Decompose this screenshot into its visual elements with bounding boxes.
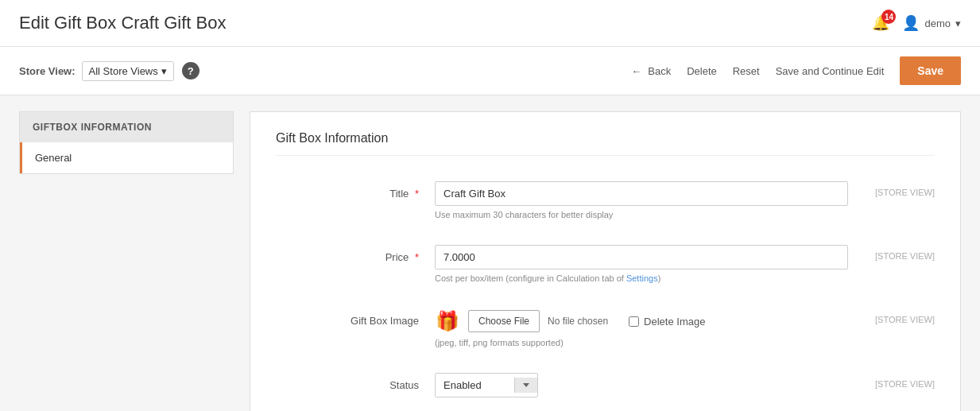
status-dropdown-btn[interactable] [514,378,537,393]
content-area: Gift Box Information Title * Use maximum… [250,111,961,411]
gift-box-icon: 🎁 [435,308,460,334]
price-hint: Cost per box/item (configure in Calculat… [435,273,862,283]
store-view-chevron-icon: ▾ [161,65,167,77]
back-button[interactable]: ← Back [631,65,671,77]
notification-bell[interactable]: 🔔 14 [872,14,889,32]
notification-badge: 14 [881,10,896,24]
user-menu[interactable]: 👤 demo ▾ [902,14,961,32]
title-store-view-badge: [STORE VIEW] [875,181,935,197]
status-field: Enabled Disabled [435,373,862,397]
delete-button[interactable]: Delete [687,65,717,77]
sidebar-item-general[interactable]: General [20,142,233,173]
delete-image-row: Delete Image [629,316,705,328]
image-hint: (jpeg, tiff, png formats supported) [435,338,862,347]
price-required-star: * [415,251,419,263]
help-icon[interactable]: ? [182,62,199,79]
price-store-view-badge: [STORE VIEW] [875,245,935,261]
content-section-title: Gift Box Information [276,131,935,156]
sidebar-section-title: GIFTBOX INFORMATION [20,112,233,142]
save-button[interactable]: Save [900,56,961,85]
status-select[interactable]: Enabled Disabled [436,374,514,397]
user-dropdown-chevron: ▾ [955,17,961,29]
price-input[interactable] [435,245,848,269]
image-store-view-badge: [STORE VIEW] [875,308,935,324]
price-label: Price * [276,245,435,263]
store-view-value: All Store Views [89,65,158,77]
price-field-row: Price * Cost per box/item (configure in … [276,232,935,296]
title-field: Use maximum 30 characters for better dis… [435,181,862,219]
no-file-text: No file chosen [548,316,608,327]
title-label: Title * [276,181,435,200]
settings-link[interactable]: Settings [626,273,658,283]
title-required-star: * [415,188,419,200]
user-icon: 👤 [902,14,920,32]
store-view-label: Store View: [19,65,76,77]
toolbar-actions: ← Back Delete Reset Save and Continue Ed… [631,56,961,85]
sidebar: GIFTBOX INFORMATION General [19,111,234,411]
main-container: GIFTBOX INFORMATION General Gift Box Inf… [0,95,980,411]
title-hint: Use maximum 30 characters for better dis… [435,210,862,219]
page-title: Edit Gift Box Craft Gift Box [19,13,226,33]
image-label: Gift Box Image [276,308,435,327]
delete-image-label: Delete Image [644,316,705,328]
store-view-select[interactable]: All Store Views ▾ [82,61,174,81]
save-continue-button[interactable]: Save and Continue Edit [776,65,885,77]
delete-image-checkbox[interactable] [629,316,639,327]
status-store-view-badge: [STORE VIEW] [875,373,935,389]
page-header: Edit Gift Box Craft Gift Box 🔔 14 👤 demo… [0,0,980,47]
title-input[interactable] [435,181,848,206]
chevron-down-icon [523,383,529,387]
toolbar: Store View: All Store Views ▾ ? ← Back D… [0,47,980,95]
user-name: demo [924,17,951,29]
reset-button[interactable]: Reset [733,65,760,77]
price-field: Cost per box/item (configure in Calculat… [435,245,862,283]
title-field-row: Title * Use maximum 30 characters for be… [276,169,935,232]
back-arrow-icon: ← [631,65,641,77]
image-field-row: Gift Box Image 🎁 Choose File No file cho… [276,296,935,360]
status-field-row: Status Enabled Disabled [STORE VIEW] [276,360,935,410]
choose-file-button[interactable]: Choose File [468,310,540,332]
image-field: 🎁 Choose File No file chosen Delete Imag… [435,308,862,347]
status-select-wrapper: Enabled Disabled [435,373,538,397]
header-right: 🔔 14 👤 demo ▾ [872,14,961,32]
file-upload-row: 🎁 Choose File No file chosen Delete Imag… [435,308,862,334]
sidebar-section: GIFTBOX INFORMATION General [19,111,234,174]
status-label: Status [276,373,435,391]
